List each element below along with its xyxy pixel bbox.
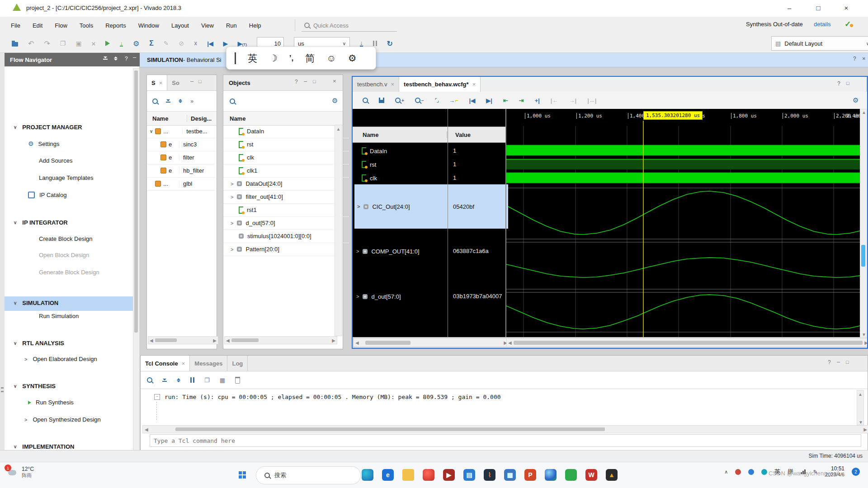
help-icon[interactable]: ? [828, 359, 831, 366]
tab-messages[interactable]: Messages [190, 356, 227, 371]
sidebar-item-language-templates[interactable]: Language Templates [39, 174, 93, 181]
maximize-button[interactable]: □ [809, 4, 827, 12]
save-icon[interactable] [379, 98, 384, 103]
copy-icon[interactable]: ❐ [60, 40, 66, 47]
tray-expand-icon[interactable]: ∧ [724, 469, 728, 475]
object-row-datain[interactable]: DataIn [223, 125, 349, 138]
sidebar-item-settings[interactable]: ⚙Settings [28, 140, 60, 147]
wave-canvas-hscrollbar[interactable]: ◀▶ [506, 338, 868, 347]
wave-signal-cic-out-selected[interactable]: >CIC_Out[24:0] [354, 184, 449, 229]
run-icon[interactable] [105, 41, 110, 46]
wave-vscrollbar-thumb[interactable] [861, 245, 865, 267]
sidebar-item-open-elaborated-design[interactable]: >Open Elaborated Design [24, 356, 97, 362]
object-row-clk1[interactable]: clk1 [223, 164, 349, 178]
object-row-stimulus[interactable]: stimulus[1024001:0][0:0] [223, 230, 349, 243]
wave-signal-datain[interactable]: DataIn [362, 145, 387, 157]
ime-punctuation-button[interactable]: ’, [289, 54, 293, 63]
tcl-vscrollbar[interactable]: ▲▼ [857, 390, 864, 425]
pause-icon[interactable] [373, 41, 377, 46]
tray-app1-icon[interactable] [735, 469, 741, 475]
tab-testbench-behav-wcfg[interactable]: testbench_behav.wcfg*× [399, 77, 481, 92]
tray-app3-icon[interactable] [761, 469, 767, 475]
go-to-start-icon[interactable]: |◀ [469, 97, 476, 104]
trash-icon[interactable] [235, 377, 240, 384]
tab-testbench-v[interactable]: testbench.v× [353, 77, 399, 92]
green-app-icon[interactable] [565, 469, 577, 481]
app-triangle-icon[interactable]: ▶ [443, 469, 455, 481]
wave-signal-d-out[interactable]: >d_out[57:0] [356, 290, 401, 303]
refresh-icon[interactable]: ↻ [387, 39, 393, 48]
help-icon[interactable]: ? [295, 79, 298, 85]
close-view-icon[interactable]: × [862, 55, 866, 62]
section-project-manager[interactable]: ∨PROJECT MANAGER [14, 124, 82, 131]
tcl-hscrollbar[interactable]: ◀▶ [142, 425, 868, 433]
expander-icon[interactable]: > [231, 194, 233, 200]
scope-row-hb-filter[interactable]: e hb_filter [147, 164, 216, 178]
object-row-dataout[interactable]: >DataOut[24:0] [223, 177, 341, 191]
search-icon[interactable] [152, 99, 158, 104]
menu-reports[interactable]: Reports [105, 22, 126, 29]
go-to-end-icon[interactable]: ▶| [486, 97, 492, 104]
expander-icon[interactable]: > [24, 357, 27, 362]
step-time-icon[interactable]: ↓ [360, 40, 363, 47]
report-icon[interactable]: ▦ [220, 377, 225, 384]
delete-icon[interactable]: × [92, 40, 96, 47]
object-row-pattern[interactable]: >Pattern[20:0] [223, 243, 341, 256]
sigma-icon[interactable]: Σ [149, 39, 154, 47]
undo-icon[interactable]: ↶ [28, 39, 34, 48]
wave-value-cic-out-selected[interactable]: 05420bf [449, 184, 508, 229]
scope-row-testbench[interactable]: ∨ ... testbe... [147, 125, 216, 138]
menu-layout[interactable]: Layout [171, 22, 189, 29]
menu-window[interactable]: Window [138, 22, 159, 29]
section-synthesis[interactable]: ∨SYNTHESIS [14, 383, 56, 389]
scope-row-glbl[interactable]: ... glbl [147, 177, 216, 191]
ime-moon-icon[interactable]: ☽ [269, 53, 278, 64]
wave-names-hscrollbar[interactable]: ◀▶ [354, 338, 509, 347]
object-row-filter-out[interactable]: >filter_out[41:0] [223, 190, 341, 204]
notification-count-badge[interactable]: 2 [852, 468, 860, 476]
menu-view[interactable]: View [201, 22, 214, 29]
settings-gear-icon[interactable]: ⚙ [133, 39, 139, 48]
expander-icon[interactable]: > [231, 221, 233, 226]
sidebar-item-run-simulation[interactable]: Run Simulation [39, 313, 79, 319]
paste-icon[interactable]: ▣ [75, 40, 81, 47]
colorful-ball-icon[interactable] [545, 469, 557, 481]
collapse-all-icon[interactable] [166, 99, 170, 103]
details-link[interactable]: details [814, 21, 831, 28]
tcl-command-input[interactable] [150, 434, 861, 447]
tcl-log-row[interactable]: − run: Time (s): cpu = 00:00:05 ; elapse… [154, 394, 501, 400]
matlab-icon[interactable]: ⌇ [484, 469, 495, 481]
object-row-rst1[interactable]: rst1 [223, 203, 349, 217]
expander-icon[interactable]: > [231, 181, 233, 187]
open-project-icon[interactable] [12, 42, 18, 47]
previous-transition-icon[interactable]: ⇤ [503, 97, 508, 104]
add-marker-icon[interactable]: +| [535, 97, 540, 104]
objects-hscrollbar[interactable]: ◀▶ [224, 336, 337, 344]
objects-vscrollbar[interactable]: ▲ [335, 125, 342, 336]
maximize-panel-icon[interactable]: □ [846, 359, 849, 365]
relaunch-icon[interactable]: ☓ [194, 40, 197, 47]
expander-icon[interactable]: > [356, 294, 359, 299]
minimize-panel-icon[interactable]: – [837, 358, 840, 365]
collapse-line-icon[interactable]: − [154, 394, 160, 400]
tab-sources[interactable]: So [167, 75, 184, 90]
help-icon[interactable]: ? [125, 56, 128, 62]
pause-output-icon[interactable] [190, 377, 194, 383]
section-implementation[interactable]: ∨IMPLEMENTATION [14, 443, 74, 450]
gear-icon[interactable]: ⚙ [332, 97, 338, 105]
ime-emoji-icon[interactable]: ☺ [326, 53, 336, 64]
close-button[interactable]: × [837, 4, 855, 12]
play-sim-icon[interactable]: ▶ [223, 40, 228, 47]
objects-column-header[interactable]: Name [223, 112, 343, 126]
expand-all-icon[interactable] [179, 99, 182, 103]
minimize-panel-icon[interactable]: – [304, 78, 307, 84]
scope-hscrollbar[interactable]: ◀▶ [148, 336, 218, 344]
waveform-plot[interactable] [506, 109, 860, 337]
mail-icon[interactable]: ▤ [463, 469, 475, 481]
wave-signal-comp-out[interactable]: >COMP_OUT[41:0] [356, 245, 420, 258]
redo-icon[interactable]: ↷ [44, 39, 50, 48]
help-icon[interactable]: ? [837, 80, 840, 87]
file-explorer-icon[interactable] [402, 469, 414, 481]
zoom-in-icon[interactable]: + [395, 98, 404, 103]
copy-icon[interactable]: ❐ [204, 377, 210, 384]
